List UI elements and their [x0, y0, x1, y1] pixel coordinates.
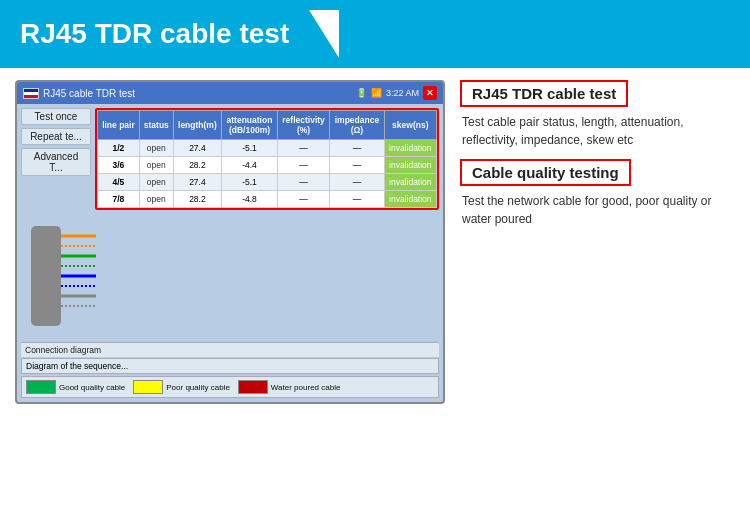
table-row: 1/2open27.4-5.1——invalidation [98, 140, 437, 157]
svg-rect-0 [31, 226, 61, 326]
tdr-table-container: line pair status length(m) attenuation(d… [95, 108, 439, 210]
page-title: RJ45 TDR cable test [20, 18, 289, 50]
device-screen: RJ45 cable TDR test 🔋 📶 3:22 AM ✕ Test o… [15, 80, 445, 404]
flag-icon [23, 88, 39, 99]
screen-title-text: RJ45 cable TDR test [43, 88, 135, 99]
col-impedance: impedance(Ω) [330, 111, 384, 140]
screen-button-group: Test once Repeat te... Advanced T... [21, 108, 91, 176]
col-skew: skew(ns) [384, 111, 436, 140]
cable-image [21, 212, 106, 340]
table-cell: 28.2 [173, 157, 221, 174]
table-cell: invalidation [384, 140, 436, 157]
col-length: length(m) [173, 111, 221, 140]
time-display: 3:22 AM [386, 88, 419, 98]
table-cell: -4.8 [222, 191, 278, 208]
table-cell: open [139, 140, 173, 157]
legend-yellow-box [133, 380, 163, 394]
table-row: 7/8open28.2-4.8——invalidation [98, 191, 437, 208]
diagram-label: Diagram of the sequence... [26, 361, 128, 371]
table-cell: 1/2 [98, 140, 140, 157]
close-button[interactable]: ✕ [423, 86, 437, 100]
battery-icon: 🔋 [356, 88, 367, 98]
page-header: RJ45 TDR cable test [0, 0, 750, 68]
tdr-panel-desc: Test cable pair status, length, attenuat… [460, 113, 735, 149]
table-cell: 4/5 [98, 174, 140, 191]
table-cell: — [330, 174, 384, 191]
col-line-pair: line pair [98, 111, 140, 140]
legend-poor-label: Poor quality cable [166, 383, 230, 392]
table-row: 4/5open27.4-5.1——invalidation [98, 174, 437, 191]
cable-area [17, 210, 443, 342]
quality-info-panel: Cable quality testing Test the network c… [460, 159, 735, 228]
test-once-button[interactable]: Test once [21, 108, 91, 125]
table-cell: — [330, 191, 384, 208]
legend-good-label: Good quality cable [59, 383, 125, 392]
tdr-panel-title: RJ45 TDR cable test [460, 80, 628, 107]
connection-diagram-label: Connection diagram [25, 345, 101, 355]
screen-topbar: RJ45 cable TDR test 🔋 📶 3:22 AM ✕ [17, 82, 443, 104]
quality-panel-title: Cable quality testing [460, 159, 631, 186]
table-cell: -4.4 [222, 157, 278, 174]
table-cell: — [277, 174, 329, 191]
table-cell: invalidation [384, 157, 436, 174]
legend-poor: Poor quality cable [133, 380, 230, 394]
table-cell: 27.4 [173, 140, 221, 157]
legend-water-label: Water poured cable [271, 383, 341, 392]
table-cell: open [139, 157, 173, 174]
advanced-test-button[interactable]: Advanced T... [21, 148, 91, 176]
table-cell: 27.4 [173, 174, 221, 191]
screen-title: RJ45 cable TDR test [23, 88, 135, 99]
legend-green-box [26, 380, 56, 394]
col-attenuation: attenuation(dB/100m) [222, 111, 278, 140]
table-cell: 28.2 [173, 191, 221, 208]
col-status: status [139, 111, 173, 140]
table-cell: -5.1 [222, 174, 278, 191]
legend-good: Good quality cable [26, 380, 125, 394]
table-cell: open [139, 191, 173, 208]
table-cell: invalidation [384, 191, 436, 208]
table-cell: 7/8 [98, 191, 140, 208]
table-row: 3/6open28.2-4.4——invalidation [98, 157, 437, 174]
table-cell: — [330, 157, 384, 174]
tdr-table: line pair status length(m) attenuation(d… [97, 110, 437, 208]
table-cell: — [330, 140, 384, 157]
quality-panel-desc: Test the network cable for good, poor qu… [460, 192, 735, 228]
repeat-test-button[interactable]: Repeat te... [21, 128, 91, 145]
header-slash-decoration [309, 10, 339, 58]
table-cell: -5.1 [222, 140, 278, 157]
table-cell: open [139, 174, 173, 191]
legend-red-box [238, 380, 268, 394]
table-cell: — [277, 191, 329, 208]
col-reflectivity: reflectivity(%) [277, 111, 329, 140]
table-cell: — [277, 157, 329, 174]
info-panels: RJ45 TDR cable test Test cable pair stat… [460, 80, 735, 404]
main-content: RJ45 cable TDR test 🔋 📶 3:22 AM ✕ Test o… [0, 68, 750, 416]
connection-diagram-row: Connection diagram [21, 342, 439, 357]
legend-row: Good quality cable Poor quality cable Wa… [21, 376, 439, 398]
diagram-row: Diagram of the sequence... [21, 358, 439, 374]
table-cell: 3/6 [98, 157, 140, 174]
wifi-icon: 📶 [371, 88, 382, 98]
table-cell: invalidation [384, 174, 436, 191]
legend-water: Water poured cable [238, 380, 341, 394]
screen-topbar-right: 🔋 📶 3:22 AM ✕ [356, 86, 437, 100]
tdr-info-panel: RJ45 TDR cable test Test cable pair stat… [460, 80, 735, 149]
table-cell: — [277, 140, 329, 157]
